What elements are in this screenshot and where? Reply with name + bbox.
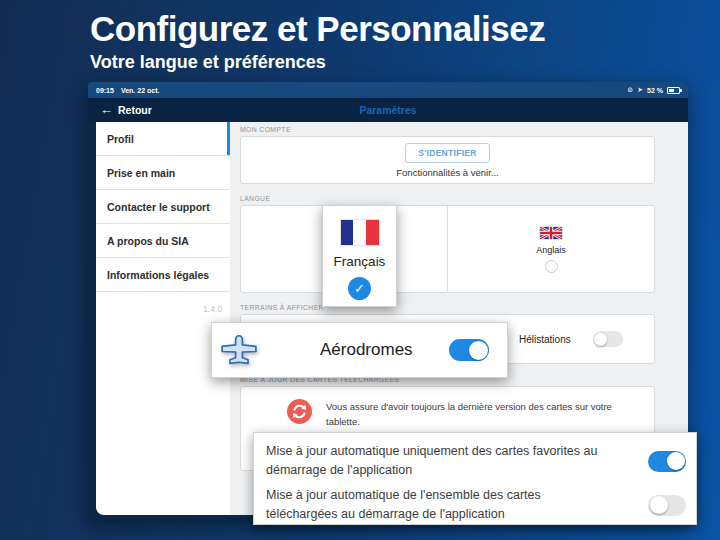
auto-update-all-row: Mise à jour automatique de l'ensemble de…: [266, 484, 686, 526]
rotation-lock-icon: ⊙: [627, 86, 633, 94]
sign-in-button[interactable]: S'IDENTIFIER: [405, 143, 490, 163]
slide-header: Configurez et Personnalisez Votre langue…: [90, 8, 545, 74]
status-date: Ven. 22 oct.: [121, 87, 160, 94]
auto-update-favorites-row: Mise à jour automatique uniquement des c…: [266, 440, 686, 482]
aerodromes-callout: Aérodromes: [211, 322, 508, 378]
battery-percent: 52 %: [647, 87, 663, 94]
sidebar: Profil Prise en main Contacter le suppor…: [96, 122, 230, 515]
sidebar-item-contacter-support[interactable]: Contacter le support: [96, 190, 230, 224]
airplane-icon: [220, 333, 258, 367]
slide-title: Configurez et Personnalisez: [90, 8, 545, 50]
auto-update-all-label: Mise à jour automatique de l'ensemble de…: [266, 486, 611, 524]
sidebar-item-prise-en-main[interactable]: Prise en main: [96, 156, 230, 190]
section-label-langue: LANGUE: [240, 195, 688, 202]
english-label: Anglais: [536, 245, 566, 255]
page-title: Paramètres: [88, 104, 688, 116]
section-label-terrains: TERRAINS À AFFICHER: [240, 304, 688, 311]
auto-update-all-toggle[interactable]: [648, 495, 686, 516]
refresh-icon: [287, 399, 312, 424]
helistations-label: Hélistations: [519, 334, 571, 345]
auto-update-callout: Mise à jour automatique uniquement des c…: [253, 432, 697, 525]
account-note: Fonctionnalités à venir...: [396, 167, 498, 178]
auto-update-favorites-toggle[interactable]: [648, 451, 686, 472]
status-time: 09:15: [96, 87, 114, 94]
status-bar: 09:15 Ven. 22 oct. ⊙ ➤ 52 %: [88, 82, 688, 98]
location-icon: ➤: [637, 86, 643, 94]
french-selected-check-icon[interactable]: ✓: [348, 277, 371, 300]
battery-icon: [667, 87, 680, 94]
slide-subtitle: Votre langue et préférences: [90, 50, 545, 74]
section-label-mon-compte: MON COMPTE: [240, 126, 688, 133]
english-radio[interactable]: [545, 260, 558, 273]
language-card: Anglais: [240, 205, 655, 293]
nav-bar: ← Retour Paramètres: [88, 98, 688, 122]
app-version: 1.4.0: [96, 292, 230, 314]
slide-background: Configurez et Personnalisez Votre langue…: [0, 0, 720, 540]
aerodromes-label: Aérodromes: [320, 340, 413, 360]
aerodromes-toggle[interactable]: [449, 339, 489, 361]
french-flag-icon: [340, 219, 380, 246]
helistations-toggle[interactable]: [593, 331, 623, 347]
sidebar-item-profil[interactable]: Profil: [96, 122, 230, 156]
sidebar-item-informations-legales[interactable]: Informations légales: [96, 258, 230, 292]
account-card: S'IDENTIFIER Fonctionnalités à venir...: [240, 136, 655, 184]
uk-flag-icon: [539, 226, 563, 240]
french-language-callout[interactable]: Français ✓: [322, 205, 397, 307]
french-label: Français: [334, 254, 386, 269]
auto-update-favorites-label: Mise à jour automatique uniquement des c…: [266, 442, 611, 480]
sidebar-item-a-propos[interactable]: A propos du SIA: [96, 224, 230, 258]
language-option-english[interactable]: Anglais: [447, 206, 654, 292]
